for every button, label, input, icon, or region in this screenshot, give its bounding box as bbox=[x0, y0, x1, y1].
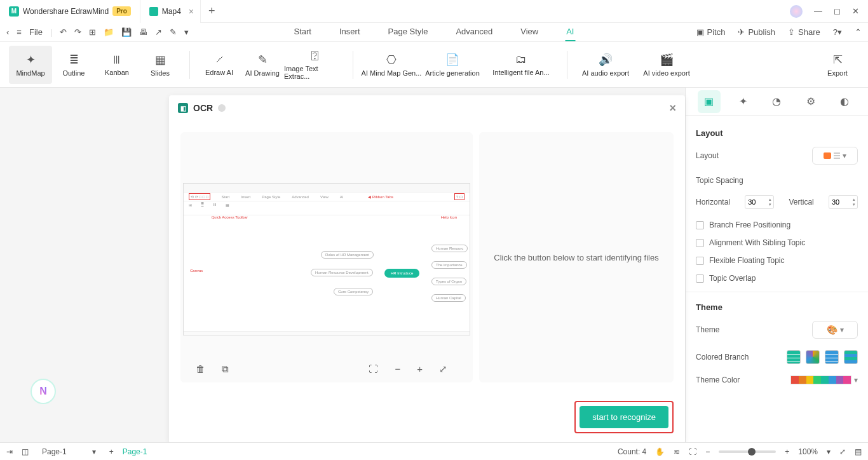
horizontal-input[interactable]: ▴▾ bbox=[745, 195, 774, 209]
fit-icon[interactable]: ⛶ bbox=[369, 363, 378, 375]
zoom-value[interactable]: 100% bbox=[798, 447, 818, 456]
share-button[interactable]: ⇪Share bbox=[788, 27, 820, 37]
tab-insert[interactable]: Insert bbox=[338, 23, 362, 41]
zoom-out-icon[interactable]: − bbox=[395, 363, 400, 375]
doc-tab[interactable]: Map4 × bbox=[140, 0, 201, 23]
menu-icon[interactable]: ≡ bbox=[17, 27, 22, 37]
zoom-in-icon[interactable]: + bbox=[417, 363, 423, 375]
hand-tool-icon[interactable]: ✋ bbox=[655, 447, 665, 456]
ocr-close-icon[interactable]: × bbox=[669, 102, 676, 115]
export-icon[interactable]: ↗ bbox=[155, 27, 162, 37]
zoom-in-status-icon[interactable]: + bbox=[785, 447, 789, 456]
pitch-button[interactable]: ▣Pitch bbox=[696, 27, 726, 37]
theme-color-selector[interactable]: ▾ bbox=[790, 375, 858, 384]
alignment-checkbox[interactable]: Alignment With Sibling Topic bbox=[696, 238, 858, 247]
more-icon[interactable]: ▾ bbox=[184, 27, 189, 37]
new-tab-button[interactable]: + bbox=[201, 4, 223, 18]
zoom-out-status-icon[interactable]: − bbox=[705, 447, 710, 456]
maximize-icon[interactable]: ◻ bbox=[834, 6, 841, 16]
sp-tab-settings[interactable]: ⚙ bbox=[799, 90, 822, 113]
copy-icon[interactable]: ⧉ bbox=[222, 363, 229, 375]
layers-icon[interactable]: ≋ bbox=[674, 447, 680, 456]
theme-selector[interactable]: 🎨▾ bbox=[812, 321, 858, 339]
publish-button[interactable]: ✈Publish bbox=[738, 27, 775, 37]
help-icon[interactable]: ?▾ bbox=[833, 27, 842, 37]
doc-tab-label: Map4 bbox=[162, 7, 181, 16]
sidebar-toggle-icon[interactable]: ▤ bbox=[855, 447, 862, 456]
menu-row: ‹ ≡ File | ↶ ↷ ⊞ 📁 💾 🖶 ↗ ✎ ▾ Start Inser… bbox=[0, 23, 868, 42]
view-mindmap[interactable]: ✦MindMap bbox=[9, 46, 52, 84]
branch-free-checkbox[interactable]: Branch Free Positioning bbox=[696, 220, 858, 229]
edraw-ai-button[interactable]: ⟋Edraw AI bbox=[198, 46, 241, 84]
view-slides[interactable]: ▦Slides bbox=[139, 46, 182, 84]
layout-selector[interactable]: ▾ bbox=[812, 147, 858, 165]
tab-view[interactable]: View bbox=[519, 23, 539, 41]
tab-pagestyle[interactable]: Page Style bbox=[387, 23, 430, 41]
new-icon[interactable]: ⊞ bbox=[89, 27, 96, 37]
image-text-extract-button[interactable]: ⍰Image Text Extrac... bbox=[284, 46, 345, 84]
ai-audio-export-button[interactable]: 🔊AI audio export bbox=[575, 46, 636, 84]
ocr-panel: ◧ OCR × ⟲ ⟳ □ □ □ StartInsert Page Style… bbox=[169, 95, 685, 443]
open-icon[interactable]: 📁 bbox=[104, 27, 114, 37]
ocr-icon: ⍰ bbox=[311, 49, 318, 62]
flexible-floating-checkbox[interactable]: Flexible Floating Topic bbox=[696, 256, 858, 265]
topic-overlap-checkbox[interactable]: Topic Overlap bbox=[696, 274, 858, 283]
ai-drawing-icon: ✎ bbox=[258, 53, 268, 67]
ai-fab-button[interactable]: N bbox=[31, 379, 56, 404]
side-panel: ▣ ✦ ◔ ⚙ ◐ Layout Layout ▾ Topic Spacing … bbox=[685, 88, 868, 442]
gen-icon: ⎔ bbox=[386, 53, 397, 67]
sp-tab-history[interactable]: ◐ bbox=[833, 90, 856, 113]
count-label: Count: 4 bbox=[618, 447, 646, 456]
avatar-icon[interactable] bbox=[790, 5, 803, 18]
tab-start[interactable]: Start bbox=[293, 23, 313, 41]
redo-icon[interactable]: ↷ bbox=[74, 27, 81, 37]
close-tab-icon[interactable]: × bbox=[189, 6, 194, 17]
ocr-status-dot bbox=[218, 104, 226, 112]
tab-ai[interactable]: AI bbox=[565, 23, 575, 41]
add-page-icon[interactable]: + bbox=[109, 447, 114, 456]
page-dropdown[interactable]: Page-1▾ bbox=[37, 445, 100, 458]
theme-color-label: Theme Color bbox=[696, 375, 740, 384]
layout-heading: Layout bbox=[696, 128, 858, 138]
undo-icon[interactable]: ↶ bbox=[60, 27, 67, 37]
zoom-slider[interactable] bbox=[719, 450, 776, 453]
ai-icon: ⟋ bbox=[214, 53, 225, 66]
tab-advanced[interactable]: Advanced bbox=[454, 23, 494, 41]
ai-drawing-button[interactable]: ✎AI Drawing bbox=[241, 46, 284, 84]
view-outline[interactable]: ≣Outline bbox=[52, 46, 95, 84]
fullscreen-status-icon[interactable]: ⤢ bbox=[839, 447, 846, 456]
view-kanban[interactable]: ⫼Kanban bbox=[95, 46, 139, 84]
file-menu[interactable]: File bbox=[29, 27, 43, 37]
ocr-result-area: Click the button below to start identify… bbox=[479, 132, 674, 382]
branch-swatches[interactable] bbox=[787, 350, 858, 364]
article-gen-button[interactable]: 📄Article generation bbox=[422, 46, 483, 84]
sp-tab-tag[interactable]: ◔ bbox=[765, 90, 788, 113]
export-button[interactable]: ⇱Export bbox=[816, 46, 859, 84]
outline-toggle-icon[interactable]: ⇥ bbox=[6, 447, 13, 456]
save-icon[interactable]: 💾 bbox=[121, 27, 132, 37]
minimize-icon[interactable]: — bbox=[814, 6, 822, 16]
print-icon[interactable]: 🖶 bbox=[139, 27, 147, 37]
pro-badge: Pro bbox=[112, 6, 131, 16]
delete-icon[interactable]: 🗑 bbox=[196, 363, 205, 375]
vertical-input[interactable]: ▴▾ bbox=[829, 195, 858, 209]
start-recognize-button[interactable]: start to recognize bbox=[580, 406, 668, 428]
current-page[interactable]: Page-1 bbox=[123, 447, 147, 456]
edit-icon[interactable]: ✎ bbox=[170, 27, 177, 37]
close-window-icon[interactable]: ✕ bbox=[852, 6, 859, 16]
fit-page-icon[interactable]: ⛶ bbox=[689, 447, 696, 456]
collapse-ribbon-icon[interactable]: ⌃ bbox=[855, 27, 862, 37]
sp-tab-style[interactable]: ✦ bbox=[731, 90, 754, 113]
panel-toggle-icon[interactable]: ◫ bbox=[22, 447, 29, 456]
ai-mindmap-gen-button[interactable]: ⎔AI Mind Map Gen... bbox=[361, 46, 422, 84]
app-name: Wondershare EdrawMind bbox=[23, 7, 109, 16]
fullscreen-icon[interactable]: ⤢ bbox=[439, 363, 447, 375]
article-icon: 📄 bbox=[445, 53, 459, 67]
back-icon[interactable]: ‹ bbox=[6, 27, 9, 37]
ocr-title: OCR bbox=[193, 103, 213, 113]
intelligent-file-button[interactable]: 🗂Intelligent file An... bbox=[483, 46, 559, 84]
ai-video-export-button[interactable]: 🎬AI video export bbox=[636, 46, 697, 84]
sp-tab-layout[interactable]: ▣ bbox=[698, 90, 721, 113]
app-logo-icon: M bbox=[9, 6, 19, 17]
mindmap-icon: ✦ bbox=[26, 53, 36, 67]
